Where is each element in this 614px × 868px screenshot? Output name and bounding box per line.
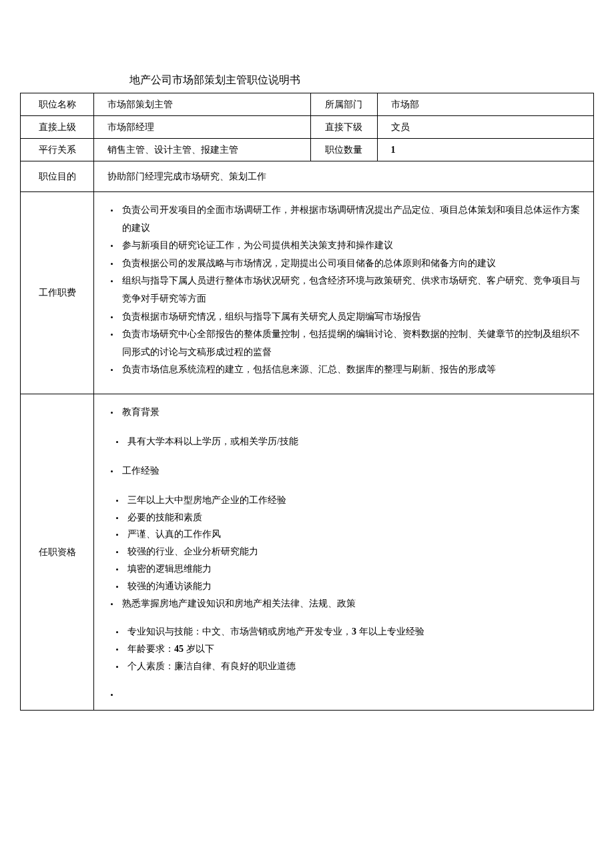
list-item: 较强的行业、企业分析研究能力 <box>125 543 587 560</box>
value-peers: 销售主管、设计主管、报建主管 <box>94 139 311 161</box>
text: 45 <box>174 644 184 654</box>
list-item: 负责市场信息系统流程的建立，包括信息来源、汇总、数据库的整理与刷新、报告的形成等 <box>119 361 587 379</box>
duties-list: 负责公司开发项目的全面市场调研工作，并根据市场调研情况提出产品定位、项目总体策划… <box>101 201 587 379</box>
list-item: 专业知识与技能：中文、市场营销或房地产开发专业，3 年以上专业经验 <box>125 623 587 640</box>
value-subordinate: 文员 <box>377 116 594 139</box>
label-headcount: 职位数量 <box>310 139 377 161</box>
list-item: 组织与指导下属人员进行整体市场状况研究，包含经济环境与政策研究、供求市场研究、客… <box>119 272 587 308</box>
list-item: 较强的沟通访谈能力 <box>125 578 587 595</box>
row-qualifications: 任职资格 教育背景 具有大学本科以上学历，或相关学历/技能 工作经验 三年以上大… <box>21 394 594 710</box>
list-item: 个人素质：廉洁自律、有良好的职业道德 <box>125 658 587 675</box>
list-item: 熟悉掌握房地产建设知识和房地产相关法律、法规、政策 <box>119 595 587 612</box>
job-spec-table: 职位名称 市场部策划主管 所属部门 市场部 直接上级 市场部经理 直接下级 文员… <box>20 93 594 711</box>
list-item: 填密的逻辑思维能力 <box>125 560 587 578</box>
list-item: 负责根据市场研究情况，组织与指导下属有关研究人员定期编写市场报告 <box>119 308 587 326</box>
value-purpose: 协助部门经理完成市场研究、策划工作 <box>94 161 594 192</box>
text: 3 <box>352 626 356 636</box>
row-purpose: 职位目的 协助部门经理完成市场研究、策划工作 <box>21 161 594 192</box>
label-supervisor: 直接上级 <box>21 116 94 139</box>
value-qualifications: 教育背景 具有大学本科以上学历，或相关学历/技能 工作经验 三年以上大中型房地产… <box>94 394 594 710</box>
qualifications-list: 教育背景 具有大学本科以上学历，或相关学历/技能 工作经验 三年以上大中型房地产… <box>101 404 587 695</box>
list-item: 必要的技能和素质 <box>125 509 587 526</box>
row-supervisor: 直接上级 市场部经理 直接下级 文员 <box>21 116 594 139</box>
text: 年以上专业经验 <box>356 626 424 636</box>
text: 年龄要求： <box>127 644 174 654</box>
label-duties: 工作职费 <box>21 192 94 394</box>
value-position-name: 市场部策划主管 <box>94 93 311 116</box>
text: 岁以下 <box>184 644 214 654</box>
label-qualifications: 任职资格 <box>21 394 94 710</box>
row-peers: 平行关系 销售主管、设计主管、报建主管 职位数量 1 <box>21 139 594 161</box>
value-supervisor: 市场部经理 <box>94 116 311 139</box>
label-subordinate: 直接下级 <box>310 116 377 139</box>
list-item: 严谨、认真的工作作风 <box>125 526 587 543</box>
value-department: 市场部 <box>377 93 594 116</box>
label-position-name: 职位名称 <box>21 93 94 116</box>
document-title: 地产公司市场部策划主管职位说明书 <box>129 73 594 87</box>
list-item <box>119 686 587 695</box>
row-duties: 工作职费 负责公司开发项目的全面市场调研工作，并根据市场调研情况提出产品定位、项… <box>21 192 594 394</box>
list-item: 工作经验 <box>119 462 587 480</box>
list-item: 年龄要求：45 岁以下 <box>125 640 587 658</box>
list-item: 负责公司开发项目的全面市场调研工作，并根据市场调研情况提出产品定位、项目总体策划… <box>119 201 587 237</box>
label-peers: 平行关系 <box>21 139 94 161</box>
list-item: 教育背景 <box>119 404 587 421</box>
label-department: 所属部门 <box>310 93 377 116</box>
list-item: 具有大学本科以上学历，或相关学历/技能 <box>125 433 587 450</box>
row-position-name: 职位名称 市场部策划主管 所属部门 市场部 <box>21 93 594 116</box>
label-purpose: 职位目的 <box>21 161 94 192</box>
list-item: 参与新项目的研究论证工作，为公司提供相关决策支持和操作建议 <box>119 237 587 255</box>
list-item: 三年以上大中型房地产企业的工作经验 <box>125 492 587 509</box>
value-duties: 负责公司开发项目的全面市场调研工作，并根据市场调研情况提出产品定位、项目总体策划… <box>94 192 594 394</box>
list-item: 负责市场研究中心全部报告的整体质量控制，包括提纲的编辑讨论、资料数据的控制、关健… <box>119 326 587 361</box>
text: 专业知识与技能：中文、市场营销或房地产开发专业， <box>127 626 352 636</box>
list-item: 负责根据公司的发展战略与市场情况，定期提出公司项目储备的总体原则和储备方向的建议 <box>119 255 587 273</box>
value-headcount: 1 <box>377 139 594 161</box>
